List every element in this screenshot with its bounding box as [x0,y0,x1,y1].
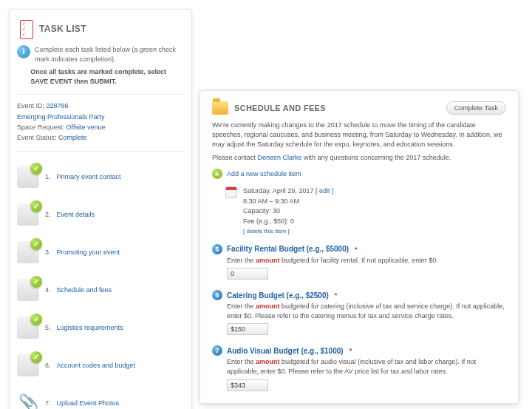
task-list-title: TASK LIST [39,24,86,34]
task-item-schedule-fees[interactable]: 4. Schedule and fees [17,271,184,308]
question-audio-visual: 7 Audio Visual Budget (e.g., $1000) * En… [212,345,506,391]
space-request-link[interactable]: Offsite venue [66,124,106,131]
required-star: * [335,291,338,299]
question-number-badge: 7 [212,345,222,356]
task-link[interactable]: Primary event contact [57,173,121,180]
schedule-header: SCHEDULE AND FEES Complete Task [212,101,506,115]
schedule-fee: Fee (e.g., $50): 0 [243,217,333,227]
info-icon: i [17,45,30,58]
divider [17,151,184,152]
task-icon [17,354,39,376]
event-name-link[interactable]: Emerging Professionals Party [17,113,105,121]
schedule-title: SCHEDULE AND FEES [234,104,326,112]
required-star: * [355,246,358,253]
task-note-2: Once all tasks are marked complete, sele… [17,67,184,87]
schedule-intro: We're currently making changes to the 20… [212,121,506,149]
question-number-badge: 5 [212,244,222,254]
task-icon [17,166,39,188]
question-title: Audio Visual Budget (e.g., $1000) [227,347,344,355]
task-list-panel: TASK LIST i Complete each task listed be… [9,9,192,409]
task-link[interactable]: Promoting your event [57,249,120,256]
question-description: Enter the amount budgeted for catering (… [227,302,506,320]
event-status-link[interactable]: Complete [58,134,87,141]
schedule-item: Saturday, April 29, 2017 [ edit ] 8:30 A… [225,186,506,237]
question-title: Facility Rental Budget (e.g., $5000) [227,245,349,253]
schedule-contact: Please contact Deneen Clarke with any qu… [212,154,506,161]
schedule-fees-panel: SCHEDULE AND FEES Complete Task We're cu… [200,90,519,404]
task-icon [17,241,39,263]
task-item-account-codes[interactable]: 6. Account codes and budget [17,346,184,384]
add-icon[interactable]: + [212,169,222,179]
task-link[interactable]: Upload Event Photos [57,399,120,407]
contact-name-link[interactable]: Deneen Clarke [258,154,302,161]
schedule-edit-link[interactable]: [ edit ] [316,187,334,195]
task-item-promoting[interactable]: 3. Promoting your event [17,233,184,271]
task-item-primary-contact[interactable]: 1. Primary event contact [17,158,184,195]
add-schedule-item-row: + Add a new schedule item [212,169,506,179]
complete-task-button[interactable]: Complete Task [446,101,506,115]
task-link[interactable]: Event details [57,211,95,218]
question-facility-rental: 5 Facility Rental Budget (e.g., $5000) *… [212,244,506,280]
event-meta: Event ID: 228786 Emerging Professionals … [17,101,184,143]
add-schedule-item-link[interactable]: Add a new schedule item [227,170,301,178]
task-link[interactable]: Account codes and budget [57,362,136,369]
task-item-logistics[interactable]: 5. Logistics requirements [17,308,184,346]
task-link[interactable]: Logistics requirements [57,324,123,331]
question-title: Catering Budget (e.g., $2500) [227,291,329,300]
paperclip-icon: 📎 [17,392,39,409]
folder-icon [212,101,228,115]
catering-budget-input[interactable] [227,323,268,335]
checklist-icon [17,18,33,39]
task-icon [17,317,39,339]
calendar-icon [225,186,237,198]
task-list-header: TASK LIST [17,18,184,39]
task-icon [17,203,39,226]
task-item-event-details[interactable]: 2. Event details [17,195,184,233]
schedule-date: Saturday, April 29, 2017 [243,187,313,195]
question-description: Enter the amount budgeted for audio visu… [227,357,506,376]
schedule-time: 8:30 AM – 9:30 AM [243,197,333,207]
divider [17,94,184,95]
task-icon [17,279,39,301]
question-number-badge: 6 [212,290,222,300]
schedule-capacity: Capacity: 30 [243,206,333,217]
question-catering: 6 Catering Budget (e.g., $2500) * Enter … [212,290,506,335]
schedule-delete-link[interactable]: [ delete this item ] [243,228,290,234]
av-budget-input[interactable] [227,379,268,391]
task-link[interactable]: Schedule and fees [57,286,112,294]
facility-budget-input[interactable] [227,268,268,280]
task-note-1: i Complete each task listed below (a gre… [17,45,184,64]
question-description: Enter the amount budgeted for facility r… [227,256,506,266]
required-star: * [349,347,352,354]
event-id-link[interactable]: 228786 [47,102,69,109]
task-item-upload-photos[interactable]: 📎 7. Upload Event Photos [17,384,184,409]
